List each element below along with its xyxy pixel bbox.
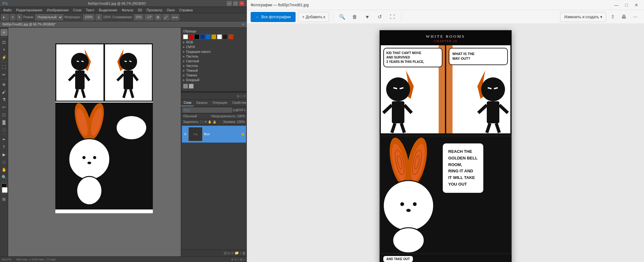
text-tool[interactable]: T — [1, 143, 8, 150]
brush-size-btn[interactable]: ⊘ — [10, 14, 15, 20]
photos-maximize-btn[interactable]: □ — [623, 1, 630, 9]
lasso-tool[interactable]: ⌖ — [1, 46, 8, 53]
delete-btn[interactable]: 🗑 — [350, 12, 360, 22]
color-group-pale[interactable]: ▶ Бледный — [183, 78, 245, 82]
eyedropper-tool[interactable]: ✏ — [1, 71, 8, 78]
actions-tab[interactable]: Операции — [210, 100, 230, 106]
menu-window[interactable]: Окно — [165, 8, 177, 13]
ps-close-btn[interactable]: ✕ — [239, 1, 244, 6]
pressure-btn[interactable]: 🖊 — [163, 14, 169, 20]
ps-canvas-area[interactable] — [8, 28, 181, 256]
menu-select[interactable]: Выделение — [97, 8, 119, 13]
brush-tool[interactable]: 🖌 — [1, 88, 8, 95]
menu-edit[interactable]: Редактирование — [14, 8, 44, 13]
magic-wand-tool[interactable]: ⚡ — [1, 54, 8, 61]
menu-view[interactable]: Просмотр — [145, 8, 164, 13]
color-group-rgb[interactable]: ▶ RGB — [183, 40, 245, 45]
new-layer-btn[interactable]: + — [240, 251, 242, 255]
swatch-gray1[interactable] — [183, 84, 188, 89]
properties-tab[interactable]: Свойства — [230, 100, 247, 106]
healing-brush-tool[interactable]: ⊕ — [1, 81, 8, 88]
symmetry-btn[interactable]: ⟺ — [171, 14, 179, 20]
swatch-yellow[interactable] — [211, 34, 216, 39]
swatch-white[interactable] — [183, 34, 188, 39]
menu-layers[interactable]: Слои — [71, 8, 83, 13]
gradient-tool[interactable]: ▓ — [1, 119, 8, 125]
color-group-dark[interactable]: ▶ Тёмный — [183, 68, 245, 73]
print-btn[interactable]: 🖶 — [619, 12, 629, 22]
opacity-value[interactable]: 100% — [83, 14, 94, 20]
swatch-black[interactable] — [194, 34, 199, 39]
crop-btn[interactable]: ⛶ — [387, 12, 397, 22]
menu-text[interactable]: Текст — [84, 8, 97, 13]
menu-filter[interactable]: Фильтр — [120, 8, 135, 13]
color-group-pastel[interactable]: ▶ Пастель — [183, 54, 245, 59]
hand-tool[interactable]: ✋ — [1, 166, 8, 173]
swatch-orange[interactable] — [228, 34, 233, 39]
photos-close-btn[interactable]: ✕ — [633, 1, 640, 9]
screen-mode-btn[interactable]: ⊞ — [1, 196, 8, 203]
smooth-value[interactable]: 10% — [134, 14, 143, 20]
brush-preset-btn[interactable]: ● — [1, 14, 9, 20]
menu-file[interactable]: Файл — [1, 8, 14, 13]
swatch-darkgray[interactable] — [223, 34, 228, 39]
delete-layer-btn[interactable]: 🗑 — [242, 251, 246, 255]
heart-btn[interactable]: ♥ — [362, 12, 372, 22]
menu-help[interactable]: Справка — [177, 8, 195, 13]
angle-value[interactable]: -13° — [145, 14, 153, 20]
add-to-btn[interactable]: + Добавить к — [298, 12, 329, 22]
history-brush-tool[interactable]: ↩ — [1, 103, 8, 110]
pen-tool[interactable]: ✒ — [1, 136, 8, 143]
color-group-grayscale[interactable]: ▶ Градации серого — [183, 49, 245, 54]
swatch-blue[interactable] — [206, 34, 211, 39]
panel-icon-3[interactable]: ✕ — [243, 94, 246, 98]
shape-tool[interactable]: □ — [1, 159, 8, 165]
share-btn[interactable]: ⇧ — [608, 12, 618, 22]
crop-tool[interactable]: ⛶ — [1, 64, 8, 70]
color-group-cmyk[interactable]: ▶ CMYK — [183, 45, 245, 49]
layer-visibility-eye[interactable]: 👁 — [183, 132, 187, 137]
zoom-in-btn[interactable]: 🔍 — [337, 12, 347, 22]
flow-btn[interactable]: ⇓ — [96, 14, 102, 20]
menu-image[interactable]: Изображение — [45, 8, 70, 13]
background-color[interactable] — [2, 187, 8, 193]
ps-doc-tab-close[interactable]: ✕ — [242, 23, 244, 26]
swatch-darkblue[interactable] — [200, 34, 205, 39]
swatch-gray2[interactable] — [189, 84, 194, 89]
all-photos-btn[interactable]: ← Все фотографии — [251, 12, 296, 22]
swatch-white2[interactable] — [217, 34, 222, 39]
panel-icon-2[interactable]: □ — [240, 94, 242, 98]
blend-mode-layers[interactable]: Обычный — [183, 114, 197, 118]
move-tool[interactable]: ✛ — [1, 29, 8, 36]
more-btn[interactable]: ··· — [630, 12, 640, 22]
ps-maximize-btn[interactable]: □ — [233, 1, 238, 6]
color-group-light[interactable]: ▶ Светлый — [183, 59, 245, 64]
ps-doc-tab[interactable]: fts65jo7mxd61.jpg @ 66,7% (RGB/8)* ✕ — [0, 21, 247, 28]
layers-tab[interactable]: Слои — [181, 100, 194, 106]
menu-3d[interactable]: 3D — [136, 8, 144, 13]
edit-create-btn[interactable]: Изменить и создать ▾ — [560, 12, 606, 22]
ps-minimize-btn[interactable]: — — [227, 1, 232, 6]
layer-item-bg[interactable]: 👁 img Фон 🔒 — [182, 125, 246, 143]
color-group-pure[interactable]: ▶ Чистота — [183, 64, 245, 68]
link-layers-btn[interactable]: ⛓ — [224, 251, 227, 255]
color-group-darker[interactable]: ▶ Тёмнее — [183, 73, 245, 78]
panel-icon-1[interactable]: ⊞ — [237, 94, 239, 98]
extra-options-btn[interactable]: ⚙ — [155, 14, 161, 20]
add-mask-btn[interactable]: ⊙ — [231, 251, 234, 255]
clone-stamp-tool[interactable]: ⚗ — [1, 96, 8, 103]
marquee-tool[interactable]: ⊡ — [1, 39, 8, 46]
add-style-btn[interactable]: fx — [228, 251, 230, 255]
brush-hardness-btn[interactable]: ⊛ — [17, 14, 22, 20]
layers-search-input[interactable] — [182, 108, 232, 113]
swatch-red[interactable] — [189, 34, 194, 39]
channels-tab[interactable]: Каналы — [194, 100, 210, 106]
eraser-tool[interactable]: ◻ — [1, 111, 8, 118]
zoom-tool[interactable]: 🔍 — [1, 174, 8, 181]
photos-minimize-btn[interactable]: — — [613, 1, 620, 9]
new-group-btn[interactable]: 📁 — [235, 251, 239, 255]
blend-mode-select[interactable]: Нормальный — [35, 14, 63, 20]
rotate-btn[interactable]: ↺ — [375, 12, 385, 22]
dodge-tool[interactable]: ◌ — [1, 126, 8, 133]
path-selection-tool[interactable]: ▶ — [1, 151, 8, 158]
